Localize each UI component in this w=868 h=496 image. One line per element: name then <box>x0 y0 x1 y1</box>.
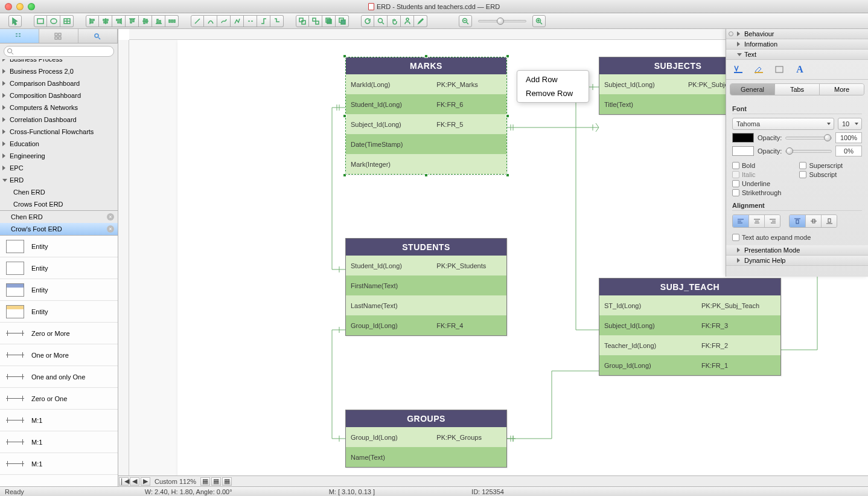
inspector-tab-general[interactable]: General <box>730 84 774 95</box>
connector-curve-tool[interactable] <box>217 15 231 27</box>
tree-item[interactable]: Correlation Dashboard <box>0 114 118 126</box>
sidebar-tab-grid[interactable] <box>39 29 78 43</box>
italic-checkbox[interactable] <box>732 171 739 178</box>
text-opacity-value[interactable]: 100% <box>835 132 862 143</box>
connector-break-tool[interactable] <box>244 15 257 27</box>
hand-tool[interactable] <box>388 15 401 27</box>
stencil-item[interactable]: Entity <box>0 301 118 323</box>
grid-3-button[interactable]: ▦ <box>222 477 232 486</box>
inspector-tab-tabs[interactable]: Tabs <box>774 84 819 95</box>
stencil-item[interactable]: Entity <box>0 236 118 257</box>
align-center-button[interactable] <box>748 215 764 227</box>
bring-front-tool[interactable] <box>322 15 336 27</box>
inspector-tab-more[interactable]: More <box>819 84 864 95</box>
zoom-tool[interactable] <box>374 15 388 27</box>
table-row[interactable]: LastName(Text) <box>346 295 506 315</box>
inspector-section-presentation[interactable]: Presentation Mode <box>726 245 868 256</box>
stencil-item[interactable]: One and only One <box>0 366 118 388</box>
entity-students[interactable]: STUDENTSStudent_Id(Long)PK:PK_StudentsFi… <box>345 238 507 336</box>
table-row[interactable]: Student_Id(Long)FK:FR_6 <box>346 94 506 114</box>
tree-item[interactable]: EPC <box>0 162 118 174</box>
grid-2-button[interactable]: ▦ <box>211 477 221 486</box>
bg-color-swatch[interactable] <box>732 146 754 156</box>
person-tool[interactable] <box>401 15 414 27</box>
tree-subitem[interactable]: Crows Foot ERD <box>0 198 118 210</box>
align-top-tool[interactable] <box>126 15 139 27</box>
grid-1-button[interactable]: ▦ <box>200 477 210 486</box>
tree-item[interactable]: Education <box>0 138 118 150</box>
subscript-checkbox[interactable] <box>799 171 806 178</box>
close-icon[interactable]: × <box>107 225 114 233</box>
page-prev-button[interactable]: ◀ <box>130 477 139 486</box>
table-row[interactable]: Student_Id(Long)PK:PK_Students <box>346 256 506 275</box>
bg-opacity-slider[interactable] <box>785 150 832 153</box>
open-doc-item[interactable]: Chen ERD× <box>0 211 118 223</box>
zoom-window-button[interactable] <box>28 3 35 10</box>
inspector-section-help[interactable]: Dynamic Help <box>726 256 868 266</box>
tree-item[interactable]: Business Process <box>0 59 118 65</box>
table-row[interactable]: ST_Id(Long)PK:PK_Subj_Teach <box>599 295 780 315</box>
entity-subj_teach[interactable]: SUBJ_TEACHST_Id(Long)PK:PK_Subj_TeachSub… <box>599 278 781 376</box>
stencil-item[interactable]: Zero or One <box>0 388 118 410</box>
align-center-h-tool[interactable] <box>99 15 112 27</box>
sidebar-tab-tree[interactable] <box>0 29 39 43</box>
stencil-item[interactable]: Entity <box>0 279 118 301</box>
connector-smart-tool[interactable] <box>257 15 270 27</box>
table-row[interactable]: Mark(Integer) <box>346 154 506 174</box>
valign-middle-button[interactable] <box>805 215 821 227</box>
align-left-button[interactable] <box>733 215 748 227</box>
inspector-section-text[interactable]: Text <box>726 50 868 60</box>
tree-item[interactable]: Cross-Functional Flowcharts <box>0 126 118 138</box>
font-size-select[interactable]: 10 <box>838 118 862 130</box>
stencil-item[interactable]: M:1 <box>0 410 118 431</box>
valign-top-button[interactable] <box>790 215 805 227</box>
table-row[interactable]: Subject_Id(Long)FK:FR_5 <box>346 114 506 134</box>
stencil-item[interactable]: M:1 <box>0 431 118 453</box>
table-row[interactable]: Group_Id(Long)FK:FR_1 <box>599 355 780 375</box>
bold-checkbox[interactable] <box>732 162 739 169</box>
align-middle-tool[interactable] <box>139 15 152 27</box>
underline-checkbox[interactable] <box>732 180 739 187</box>
align-bottom-tool[interactable] <box>152 15 165 27</box>
connector-route-tool[interactable] <box>270 15 284 27</box>
tree-item[interactable]: Engineering <box>0 150 118 162</box>
text-underline-color-icon[interactable] <box>731 63 745 76</box>
distribute-tool[interactable] <box>165 15 179 27</box>
tree-item[interactable]: Composition Dashboard <box>0 89 118 101</box>
auto-expand-checkbox[interactable] <box>732 234 739 241</box>
entity-groups[interactable]: GROUPSGroup_Id(Long)PK:PK_GroupsName(Tex… <box>345 410 507 468</box>
stencil-item[interactable]: Zero or More <box>0 323 118 344</box>
minimize-window-button[interactable] <box>16 3 24 10</box>
tree-item[interactable]: Business Process 2,0 <box>0 65 118 77</box>
text-highlight-icon[interactable] <box>752 63 766 76</box>
text-font-icon[interactable]: A <box>793 63 807 76</box>
align-left-tool[interactable] <box>86 15 99 27</box>
tree-subitem[interactable]: Chen ERD <box>0 186 118 198</box>
connector-arc-tool[interactable] <box>204 15 217 27</box>
tree-item[interactable]: Computers & Networks <box>0 101 118 114</box>
sidebar-search-input[interactable] <box>4 46 114 57</box>
zoom-out-button[interactable] <box>459 15 472 27</box>
table-row[interactable]: Name(Text) <box>346 447 506 467</box>
valign-bottom-button[interactable] <box>821 215 837 227</box>
align-right-button[interactable] <box>764 215 780 227</box>
stencil-item[interactable]: One or More <box>0 344 118 366</box>
zoom-slider[interactable] <box>478 20 526 22</box>
ungroup-tool[interactable] <box>309 15 322 27</box>
stencil-item[interactable]: M:1 <box>0 453 118 475</box>
table-row[interactable]: Teacher_Id(Long)FK:FR_2 <box>599 335 780 355</box>
sidebar-tab-search[interactable] <box>78 29 118 43</box>
font-family-select[interactable]: Tahoma <box>732 118 834 130</box>
text-color-swatch[interactable] <box>732 133 754 143</box>
superscript-checkbox[interactable] <box>799 162 806 169</box>
table-row[interactable]: Date(TimeStamp) <box>346 134 506 154</box>
close-window-button[interactable] <box>5 3 12 10</box>
send-back-tool[interactable] <box>336 15 349 27</box>
zoom-in-button[interactable] <box>532 15 546 27</box>
refresh-tool[interactable] <box>361 15 374 27</box>
entity-marks[interactable]: MARKSMarkId(Long)PK:PK_MarksStudent_Id(L… <box>345 57 507 175</box>
pointer-tool[interactable] <box>8 15 22 27</box>
table-row[interactable]: Group_Id(Long)FK:FR_4 <box>346 315 506 335</box>
table-row[interactable]: Group_Id(Long)PK:PK_Groups <box>346 427 506 447</box>
text-box-icon[interactable] <box>772 63 787 76</box>
